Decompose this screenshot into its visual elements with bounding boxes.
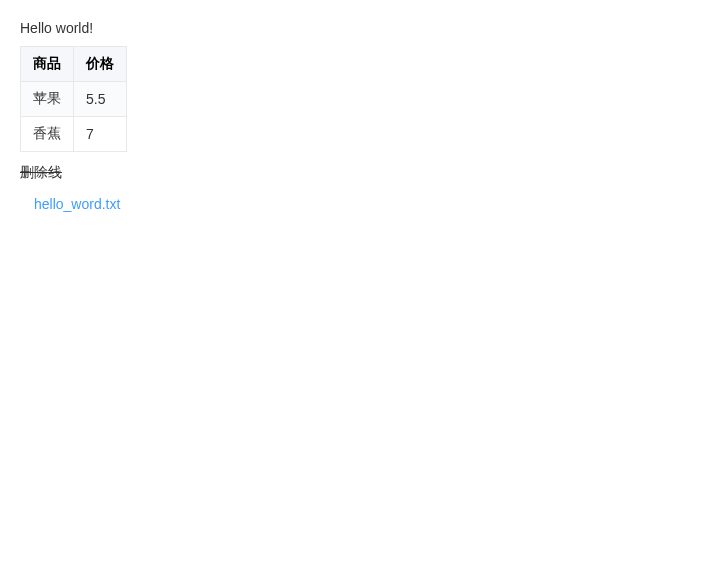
- cell-product: 香蕉: [21, 117, 74, 152]
- greeting-text: Hello world!: [20, 20, 703, 36]
- header-product: 商品: [21, 47, 74, 82]
- table-header-row: 商品 价格: [21, 47, 127, 82]
- strikethrough-text: 删除线: [20, 164, 703, 182]
- cell-product: 苹果: [21, 82, 74, 117]
- table-row: 苹果 5.5: [21, 82, 127, 117]
- table-row: 香蕉 7: [21, 117, 127, 152]
- cell-price: 5.5: [74, 82, 127, 117]
- header-price: 价格: [74, 47, 127, 82]
- product-price-table: 商品 价格 苹果 5.5 香蕉 7: [20, 46, 127, 152]
- cell-price: 7: [74, 117, 127, 152]
- attachment-link[interactable]: hello_word.txt: [34, 196, 703, 212]
